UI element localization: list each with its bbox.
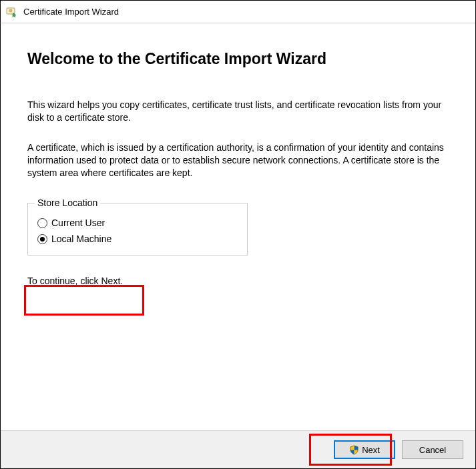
store-location-legend: Store Location: [35, 197, 100, 208]
wizard-footer: Next Cancel: [1, 430, 475, 468]
cancel-button[interactable]: Cancel: [402, 440, 463, 459]
next-button[interactable]: Next: [334, 440, 395, 459]
radio-local-machine[interactable]: Local Machine: [37, 233, 238, 244]
wizard-content: Welcome to the Certificate Import Wizard…: [1, 23, 475, 430]
annotation-highlight: [24, 285, 144, 316]
certificate-wizard-icon: [6, 6, 18, 18]
radio-icon: [37, 234, 47, 244]
radio-label: Current User: [51, 217, 105, 228]
radio-icon: [37, 218, 47, 228]
wizard-window: Certificate Import Wizard Welcome to the…: [0, 0, 476, 469]
radio-selected-dot: [40, 237, 45, 242]
description-2: A certificate, which is issued by a cert…: [27, 141, 449, 179]
store-location-group: Store Location Current User Local Machin…: [27, 197, 248, 256]
continue-instruction: To continue, click Next.: [27, 276, 449, 286]
radio-current-user[interactable]: Current User: [37, 217, 238, 228]
description-1: This wizard helps you copy certificates,…: [27, 99, 449, 124]
titlebar: Certificate Import Wizard: [1, 1, 475, 23]
next-button-label: Next: [362, 445, 380, 455]
svg-point-1: [9, 9, 12, 12]
uac-shield-icon: [349, 445, 359, 455]
page-heading: Welcome to the Certificate Import Wizard: [27, 50, 449, 68]
titlebar-title: Certificate Import Wizard: [23, 7, 119, 17]
radio-label: Local Machine: [51, 233, 111, 244]
cancel-button-label: Cancel: [419, 445, 446, 455]
